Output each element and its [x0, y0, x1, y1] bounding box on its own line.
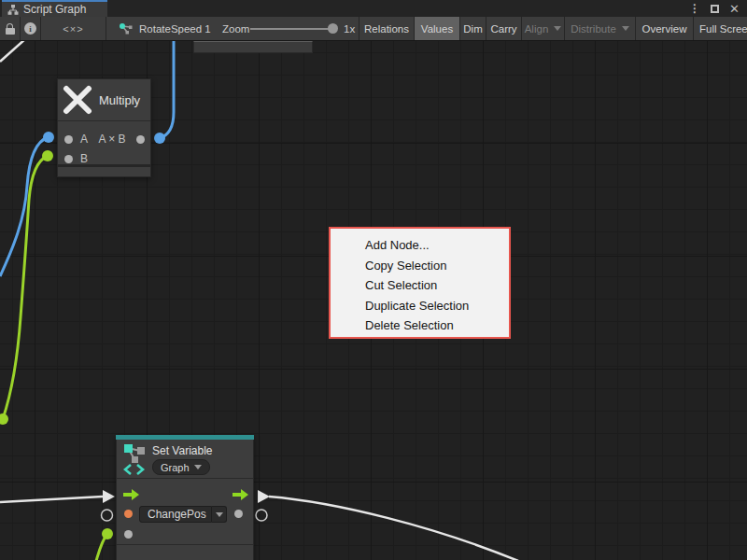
align-label: Align [525, 23, 549, 35]
graph-reference-breadcrumb[interactable]: RotateSpeed 1 [120, 17, 222, 40]
menu-item-add-node[interactable]: Add Node... [331, 235, 509, 256]
port-input-a[interactable] [64, 135, 73, 144]
tab-script-graph[interactable]: Script Graph [2, 0, 107, 17]
multiply-node-body: A A × B B [58, 121, 150, 167]
port-extra-input[interactable] [124, 530, 133, 539]
wire-endpoint-blue-a [43, 132, 54, 143]
flow-input-port[interactable] [123, 489, 139, 500]
variable-scope-dropdown[interactable]: Graph [152, 459, 210, 475]
maximize-icon[interactable] [711, 5, 719, 13]
zoom-slider-handle[interactable] [328, 23, 338, 34]
hierarchy-icon [7, 5, 19, 15]
set-variable-header[interactable]: Set Variable Graph [117, 440, 253, 479]
wire-white-flow-out [269, 497, 518, 560]
relations-button[interactable]: Relations [359, 17, 414, 40]
variable-scope-value: Graph [161, 462, 190, 473]
context-menu: Add Node... Copy Selection Cut Selection… [329, 227, 511, 339]
info-icon: i [24, 22, 36, 35]
set-variable-icon [123, 443, 148, 476]
wire-white-topleft [0, 41, 26, 62]
info-button[interactable]: i [21, 17, 40, 40]
wire-endpoint-blue-out [154, 133, 165, 144]
menu-item-cut-selection[interactable]: Cut Selection [331, 275, 509, 296]
port-label-a: A [80, 133, 88, 146]
multiply-icon [63, 85, 92, 115]
set-variable-node[interactable]: Set Variable Graph ChangePos [116, 435, 254, 560]
zoom-label: Zoom [222, 17, 250, 40]
port-ring-left[interactable] [102, 510, 113, 521]
multiply-row-a: A A × B [58, 133, 150, 145]
dim-button[interactable]: Dim [459, 17, 486, 40]
port-output-axb[interactable] [136, 135, 145, 144]
menu-item-copy-selection[interactable]: Copy Selection [331, 256, 509, 276]
flow-arrowhead-out [258, 490, 270, 503]
wire-white-flow-in [0, 497, 103, 502]
dropdown-caret-icon [622, 26, 629, 31]
multiply-node-footer [58, 167, 150, 176]
lock-button[interactable] [0, 17, 20, 40]
port-value-input[interactable] [124, 510, 133, 518]
multiply-node-header[interactable]: Multiply [58, 79, 150, 121]
port-ring-right[interactable] [256, 510, 267, 521]
zoom-value: 1x [344, 17, 359, 40]
multiply-node[interactable]: Multiply A A × B B [57, 78, 151, 177]
multiply-node-title: Multiply [99, 93, 140, 107]
tab-title: Script Graph [23, 3, 86, 16]
graph-icon [120, 23, 133, 35]
window-menu-icon[interactable]: ⋮ [689, 3, 700, 14]
carry-button[interactable]: Carry [486, 17, 521, 40]
graph-toolbar: i <×> RotateSpeed 1 Zoom 1x Relations Va… [0, 17, 747, 41]
window-controls: ⋮ ✕ [689, 0, 740, 17]
set-variable-title: Set Variable [152, 444, 212, 457]
zoom-slider[interactable] [250, 28, 332, 30]
port-output-value[interactable] [234, 510, 243, 518]
dropdown-caret-icon [194, 465, 202, 469]
partially-hidden-node[interactable] [193, 41, 313, 53]
wire-blue-output [160, 41, 174, 138]
set-variable-body: ChangePos [117, 479, 253, 545]
distribute-label: Distribute [571, 23, 616, 35]
set-variable-footer [117, 545, 253, 560]
close-icon[interactable]: ✕ [729, 3, 740, 15]
toolbar-separator [106, 17, 106, 40]
unity-script-graph-window: Multiply A A × B B [0, 0, 747, 560]
graph-reference-label: RotateSpeed 1 [139, 23, 211, 35]
wire-endpoint-green-setvar [102, 528, 113, 539]
port-label-out: A × B [88, 133, 136, 146]
wire-endpoint-green-b [42, 150, 53, 161]
wire-endpoint-green-mid [0, 413, 8, 425]
port-input-b[interactable] [64, 155, 73, 163]
distribute-button[interactable]: Distribute [564, 17, 635, 40]
menu-item-duplicate-selection[interactable]: Duplicate Selection [331, 296, 509, 316]
flow-arrowhead-in [103, 490, 115, 503]
multiply-row-b: B [58, 153, 150, 164]
code-icon: <×> [63, 23, 83, 35]
overview-button[interactable]: Overview [635, 17, 693, 40]
variable-name-dropdown[interactable]: ChangePos [139, 506, 212, 523]
full-screen-button[interactable]: Full Screen [693, 17, 747, 40]
port-label-b: B [80, 152, 88, 165]
align-button[interactable]: Align [521, 17, 564, 40]
lock-icon [6, 23, 15, 35]
tab-bar: Script Graph ⋮ ✕ [0, 0, 747, 17]
dropdown-caret-icon [216, 512, 223, 517]
values-button[interactable]: Values [414, 17, 459, 40]
variable-name-value: ChangePos [148, 508, 206, 521]
dropdown-caret-icon [554, 26, 561, 31]
variable-name-dropdown-button[interactable] [212, 506, 227, 523]
menu-item-delete-selection[interactable]: Delete Selection [331, 315, 509, 336]
code-preview-button[interactable]: <×> [41, 17, 106, 40]
flow-output-port[interactable] [233, 489, 248, 500]
